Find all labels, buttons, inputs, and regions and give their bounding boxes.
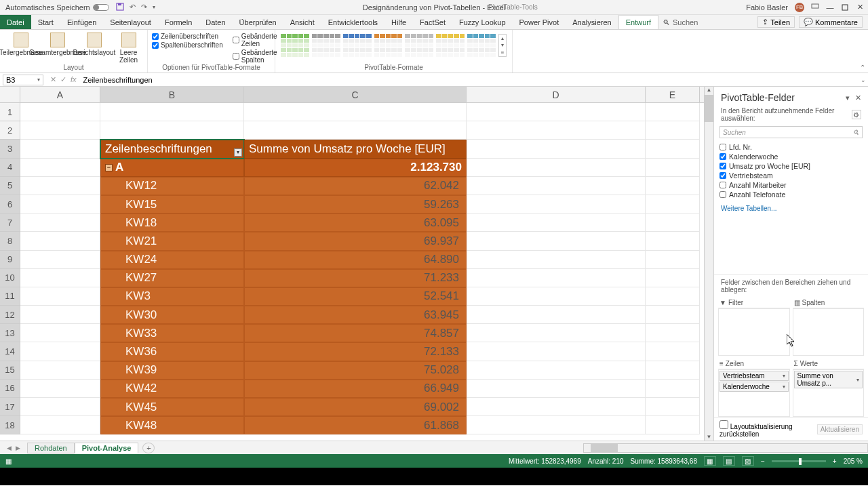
pivotstyle-thumb[interactable] (312, 34, 340, 57)
formula-input[interactable]: Zeilenbeschriftungen (81, 76, 859, 84)
pivot-row-value[interactable]: 63.945 (244, 306, 467, 324)
row-header[interactable]: 15 (0, 361, 20, 380)
add-sheet-button[interactable]: + (142, 443, 155, 453)
pivot-values-header[interactable]: Summe von Umsatz pro Woche [EUR] (244, 140, 467, 158)
qat-more-icon[interactable]: ▾ (153, 4, 155, 10)
blankrows-button[interactable]: Leere Zeilen (114, 33, 143, 64)
row-header[interactable]: 6 (0, 195, 20, 214)
grandtotals-button[interactable]: Gesamtergebnisse (41, 33, 75, 64)
pivot-row-value[interactable]: 75.028 (244, 361, 467, 380)
filter-dropdown-icon[interactable]: ▾ (234, 148, 242, 157)
field-item[interactable]: Anzahl Telefonate (719, 190, 863, 199)
gallery-more-icon[interactable]: ▴▾≡ (498, 34, 507, 57)
row-header[interactable]: 7 (0, 214, 20, 232)
row-header[interactable]: 3 (0, 140, 20, 158)
pivot-row-label[interactable]: KW3 (100, 287, 244, 306)
col-header-d[interactable]: D (467, 87, 646, 102)
field-item[interactable]: Lfd. Nr. (719, 142, 863, 152)
pivot-row-value[interactable]: 72.133 (244, 342, 467, 361)
row-header[interactable]: 11 (0, 287, 20, 306)
col-header-c[interactable]: C (244, 87, 467, 102)
row-header[interactable]: 14 (0, 342, 20, 361)
scroll-down-icon[interactable]: ▼ (705, 434, 713, 441)
pivot-row-value[interactable]: 69.002 (244, 398, 467, 416)
view-pagebreak-icon[interactable]: ▨ (742, 456, 754, 466)
save-icon[interactable] (116, 3, 124, 12)
pivotstyle-thumb[interactable] (467, 34, 496, 57)
pivot-row-label[interactable]: KW12 (100, 177, 244, 195)
select-all-triangle[interactable] (0, 87, 20, 102)
pivot-row-label[interactable]: KW21 (100, 232, 244, 250)
sheet-nav[interactable]: ◀▶ (0, 445, 27, 451)
row-header[interactable]: 1 (0, 103, 20, 121)
pivot-row-value[interactable]: 62.042 (244, 177, 467, 195)
fieldpane-options-icon[interactable]: ▾ (846, 94, 850, 102)
pivot-row-label[interactable]: KW36 (100, 342, 244, 361)
tab-view[interactable]: Ansicht (283, 15, 321, 29)
defer-checkbox[interactable]: Layoutaktualisierung zurückstellen (719, 420, 817, 438)
pivot-row-value[interactable]: 74.857 (244, 324, 467, 342)
tab-design[interactable]: Entwurf (618, 15, 658, 29)
pivot-row-value[interactable]: 69.937 (244, 232, 467, 250)
row-header[interactable]: 13 (0, 324, 20, 342)
search-label[interactable]: Suchen (673, 18, 698, 26)
cancel-formula-icon[interactable]: ✕ (50, 75, 56, 84)
rows-area[interactable]: ≡Zeilen Vertriebsteam▾ Kalenderwoche▾ (718, 359, 790, 417)
bandedrows-check[interactable]: Gebänderte Zeilen (233, 33, 277, 47)
pivotstyle-thumb[interactable] (405, 34, 433, 57)
sheet-tab-rawdata[interactable]: Rohdaten (27, 443, 75, 453)
subtotals-button[interactable]: Teilergebnisse (4, 33, 38, 64)
row-header[interactable]: 16 (0, 380, 20, 398)
tab-start[interactable]: Start (31, 15, 60, 29)
col-header-a[interactable]: A (20, 87, 100, 102)
tab-review[interactable]: Überprüfen (233, 15, 283, 29)
pivot-row-label[interactable]: KW45 (100, 398, 244, 416)
autosave-toggle[interactable] (93, 4, 109, 11)
row-header[interactable]: 18 (0, 416, 20, 434)
pivot-row-value[interactable]: 52.541 (244, 287, 467, 306)
filter-area[interactable]: ▼Filter (718, 298, 790, 356)
pivotstyle-thumb[interactable] (343, 34, 372, 57)
undo-icon[interactable]: ↶ (130, 3, 136, 12)
reportlayout-button[interactable]: Berichtslayout (77, 33, 111, 64)
row-header[interactable]: 4 (0, 159, 20, 177)
pivot-row-label[interactable]: KW42 (100, 380, 244, 398)
pivot-row-label[interactable]: KW15 (100, 195, 244, 214)
tab-insert[interactable]: Einfügen (60, 15, 103, 29)
comments-button[interactable]: 💬Kommentare (799, 16, 863, 28)
pivot-row-label[interactable]: KW39 (100, 361, 244, 380)
zoom-label[interactable]: 205 % (844, 458, 863, 465)
pivot-rowlabels-header[interactable]: Zeilenbeschriftungen▾ (100, 140, 244, 158)
values-area[interactable]: ΣWerte Summe von Umsatz p...▾ (793, 359, 865, 417)
gear-icon[interactable]: ⚙ (852, 110, 861, 119)
minimize-icon[interactable]: — (826, 3, 834, 12)
field-item[interactable]: Vertriebsteam (719, 171, 863, 180)
pivot-group-label[interactable]: −A (100, 159, 244, 177)
row-header[interactable]: 10 (0, 269, 20, 287)
pivot-row-value[interactable]: 64.890 (244, 251, 467, 269)
row-header[interactable]: 9 (0, 251, 20, 269)
tab-factset[interactable]: FactSet (413, 15, 452, 29)
col-header-e[interactable]: E (646, 87, 700, 102)
columns-area[interactable]: ▥Spalten (793, 298, 865, 356)
tab-pagelayout[interactable]: Seitenlayout (103, 15, 158, 29)
maximize-icon[interactable] (841, 3, 849, 12)
values-pill-1[interactable]: Summe von Umsatz p...▾ (794, 371, 863, 388)
pivotstyle-thumb[interactable] (436, 34, 465, 57)
scroll-up-icon[interactable]: ▲ (705, 87, 713, 94)
row-header[interactable]: 2 (0, 121, 20, 140)
more-tables-link[interactable]: Weitere Tabellen... (714, 202, 868, 215)
ribbon-collapse-icon[interactable]: ⌃ (860, 64, 865, 71)
pivot-row-value[interactable]: 63.095 (244, 214, 467, 232)
zoom-out-icon[interactable]: − (761, 458, 765, 465)
fieldpane-close-icon[interactable]: ✕ (855, 94, 861, 102)
pivot-row-label[interactable]: KW18 (100, 214, 244, 232)
horizontal-scrollbar[interactable] (583, 443, 868, 453)
ribbon-mode-icon[interactable] (811, 3, 819, 12)
pivotstyle-thumb[interactable] (374, 34, 403, 57)
enter-formula-icon[interactable]: ✓ (60, 75, 66, 84)
pivotstyle-thumb[interactable] (281, 34, 309, 57)
view-normal-icon[interactable]: ▦ (704, 456, 716, 466)
pivot-row-value[interactable]: 61.868 (244, 416, 467, 434)
row-header[interactable]: 8 (0, 232, 20, 250)
